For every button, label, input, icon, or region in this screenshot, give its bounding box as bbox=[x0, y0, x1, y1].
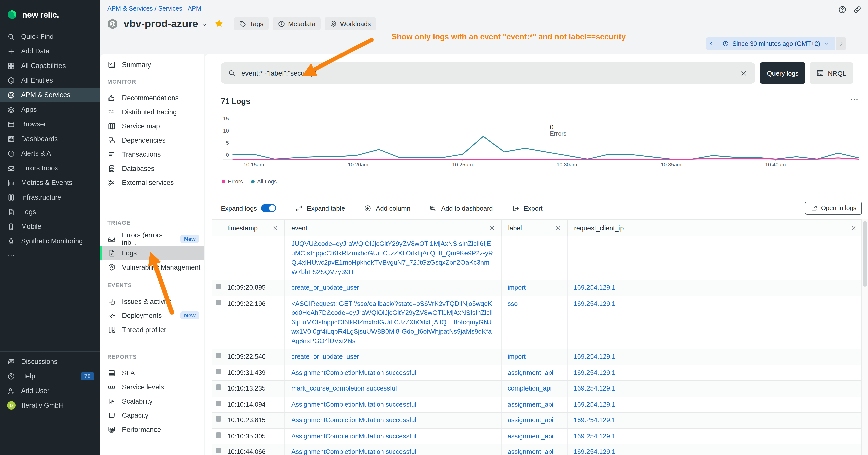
subnav-item-service-map[interactable]: Service map bbox=[100, 119, 204, 133]
subnav-item-external-services[interactable]: External services bbox=[100, 175, 204, 190]
subnav-item-service-levels[interactable]: Service levels bbox=[100, 380, 204, 394]
subnav-item-thread-profiler[interactable]: Thread profiler bbox=[100, 323, 204, 336]
cell-request-client-ip[interactable]: 169.254.129.1 bbox=[567, 280, 863, 295]
cell-request-client-ip[interactable]: 169.254.129.1 bbox=[567, 413, 863, 428]
subnav-item-vulnerability-management[interactable]: Vulnerability Management bbox=[100, 260, 204, 274]
row-marker-square[interactable] bbox=[216, 400, 221, 406]
table-row[interactable]: 10:09:22.540create_or_update_userimport1… bbox=[212, 349, 863, 365]
subnav-item-sla[interactable]: SLA bbox=[100, 366, 204, 380]
sidebar-item-quick-find[interactable]: Quick Find bbox=[0, 29, 100, 44]
table-row[interactable]: 10:09:20.895create_or_update_userimport1… bbox=[212, 280, 863, 296]
remove-column-icon[interactable] bbox=[555, 225, 561, 231]
sidebar-item-apps[interactable]: Apps bbox=[0, 102, 100, 117]
favorite-star-icon[interactable] bbox=[215, 19, 224, 28]
sidebar-footer-discussions[interactable]: Discussions bbox=[0, 354, 100, 369]
cell-label[interactable]: assignment_api bbox=[501, 445, 567, 455]
clear-search-icon[interactable] bbox=[740, 69, 747, 77]
workloads-button[interactable]: Workloads bbox=[324, 17, 376, 30]
cell-label[interactable] bbox=[501, 236, 567, 280]
cell-label[interactable]: assignment_api bbox=[501, 397, 567, 412]
scrollbar-thumb[interactable] bbox=[863, 221, 867, 287]
new-relic-logo[interactable]: new relic. bbox=[0, 0, 100, 29]
subnav-item-errors-errors-inb[interactable]: Errors (errors inb...New bbox=[100, 232, 204, 246]
sidebar-item-apm-services[interactable]: APM & Services bbox=[0, 88, 100, 102]
cell-event[interactable]: JUQVU&code=eyJraWQiOiJjcGltY29yZV8wOTl1M… bbox=[284, 236, 501, 280]
remove-column-icon[interactable] bbox=[850, 225, 857, 231]
subnav-item-issues-activity[interactable]: Issues & activity bbox=[100, 294, 204, 308]
row-marker-square[interactable] bbox=[216, 385, 221, 390]
cell-event[interactable]: create_or_update_user bbox=[284, 349, 501, 364]
table-row[interactable]: 10:10:13.235mark_course_completion succe… bbox=[212, 381, 863, 397]
sidebar-footer-help[interactable]: Help70 bbox=[0, 369, 100, 384]
toggle-on-switch[interactable] bbox=[261, 204, 276, 212]
cell-event[interactable]: AssignmentCompletionMutation successful bbox=[284, 428, 501, 444]
subnav-item-recommendations[interactable]: Recommendations bbox=[100, 91, 204, 105]
add-column-button[interactable]: Add column bbox=[364, 204, 410, 212]
export-button[interactable]: Export bbox=[512, 204, 542, 212]
tags-button[interactable]: Tags bbox=[234, 17, 269, 30]
sidebar-footer-add-user[interactable]: Add User bbox=[0, 384, 100, 398]
cell-event[interactable]: AssignmentCompletionMutation successful bbox=[284, 365, 501, 381]
row-marker-square[interactable] bbox=[216, 448, 221, 454]
legend-item-all-logs[interactable]: All Logs bbox=[251, 178, 277, 185]
header-label[interactable]: label bbox=[501, 220, 567, 236]
sidebar-item-metrics-events[interactable]: Metrics & Events bbox=[0, 175, 100, 190]
remove-column-icon[interactable] bbox=[272, 225, 279, 231]
sidebar-item-logs[interactable]: Logs bbox=[0, 204, 100, 219]
sidebar-item-alerts-ai[interactable]: Alerts & AI bbox=[0, 146, 100, 161]
nrql-button[interactable]: NRQL bbox=[809, 63, 853, 84]
row-marker-square[interactable] bbox=[216, 368, 221, 374]
expand-table-button[interactable]: Expand table bbox=[295, 204, 345, 212]
subnav-item-transactions[interactable]: Transactions bbox=[100, 147, 204, 161]
cell-event[interactable]: mark_course_completion successful bbox=[284, 381, 501, 396]
subnav-item-dependencies[interactable]: Dependencies bbox=[100, 133, 204, 147]
subnav-item-performance[interactable]: Performance bbox=[100, 422, 204, 436]
cell-request-client-ip[interactable]: 169.254.129.1 bbox=[567, 349, 863, 364]
time-forward-button[interactable] bbox=[836, 37, 846, 50]
sidebar-item-browser[interactable]: Browser bbox=[0, 117, 100, 131]
add-to-dashboard-button[interactable]: Add to dashboard bbox=[430, 204, 493, 212]
table-row[interactable]: 10:09:22.196<ASGIRequest: GET '/sso/call… bbox=[212, 296, 863, 349]
chart-more-menu-icon[interactable] bbox=[850, 95, 859, 104]
table-row[interactable]: 10:10:35.305AssignmentCompletionMutation… bbox=[212, 428, 863, 445]
cell-request-client-ip[interactable]: 169.254.129.1 bbox=[567, 365, 863, 381]
sidebar-item-dashboards[interactable]: Dashboards bbox=[0, 131, 100, 146]
breadcrumb-services-apm[interactable]: Services - APM bbox=[158, 5, 202, 12]
cell-label[interactable]: assignment_api bbox=[501, 365, 567, 381]
logs-search-input[interactable]: event:* -"label":"security" bbox=[221, 63, 755, 84]
sidebar-footer-iterativ-gmbh[interactable]: Iterativ GmbH bbox=[0, 398, 100, 413]
cell-request-client-ip[interactable] bbox=[567, 236, 863, 280]
query-logs-button[interactable]: Query logs bbox=[760, 63, 806, 84]
cell-request-client-ip[interactable]: 169.254.129.1 bbox=[567, 445, 863, 455]
cell-event[interactable]: AssignmentCompletionMutation successful bbox=[284, 397, 501, 412]
remove-column-icon[interactable] bbox=[489, 225, 496, 231]
header-timestamp[interactable]: timestamp bbox=[227, 220, 284, 236]
cell-label[interactable]: sso bbox=[501, 296, 567, 349]
subnav-item-databases[interactable]: Databases bbox=[100, 161, 204, 175]
cell-request-client-ip[interactable]: 169.254.129.1 bbox=[567, 397, 863, 412]
sidebar-item-dots[interactable] bbox=[0, 249, 100, 263]
open-in-logs-button[interactable]: Open in logs bbox=[805, 201, 862, 215]
table-scrollbar[interactable] bbox=[862, 219, 868, 455]
cell-label[interactable]: import bbox=[501, 349, 567, 364]
subnav-item-scalability[interactable]: Scalability bbox=[100, 394, 204, 408]
cell-label[interactable]: completion_api bbox=[501, 381, 567, 396]
row-marker-square[interactable] bbox=[216, 353, 221, 358]
cell-label[interactable]: import bbox=[501, 280, 567, 295]
expand-logs-toggle[interactable]: Expand logs bbox=[221, 204, 276, 212]
time-range-button[interactable]: Since 30 minutes ago (GMT+2) bbox=[717, 37, 835, 50]
logs-timeseries-chart[interactable]: 05101510:15am10:20am10:25am10:30am10:35a… bbox=[221, 111, 862, 170]
table-row[interactable]: JUQVU&code=eyJraWQiOiJjcGltY29yZV8wOTl1M… bbox=[212, 236, 863, 280]
row-marker-square[interactable] bbox=[216, 284, 221, 289]
cell-event[interactable]: AssignmentCompletionMutation successful bbox=[284, 413, 501, 428]
sidebar-item-infrastructure[interactable]: Infrastructure bbox=[0, 190, 100, 204]
cell-request-client-ip[interactable]: 169.254.129.1 bbox=[567, 428, 863, 444]
cell-label[interactable]: assignment_api bbox=[501, 413, 567, 428]
sidebar-item-errors-inbox[interactable]: Errors Inbox bbox=[0, 161, 100, 175]
sidebar-item-all-entities[interactable]: All Entities bbox=[0, 73, 100, 88]
cell-request-client-ip[interactable]: 169.254.129.1 bbox=[567, 381, 863, 396]
breadcrumb-apm-services[interactable]: APM & Services bbox=[107, 5, 153, 12]
header-event[interactable]: event bbox=[284, 220, 501, 236]
subnav-item-logs[interactable]: Logs bbox=[100, 246, 204, 260]
table-row[interactable]: 10:10:44.066AssignmentCompletionMutation… bbox=[212, 445, 863, 455]
